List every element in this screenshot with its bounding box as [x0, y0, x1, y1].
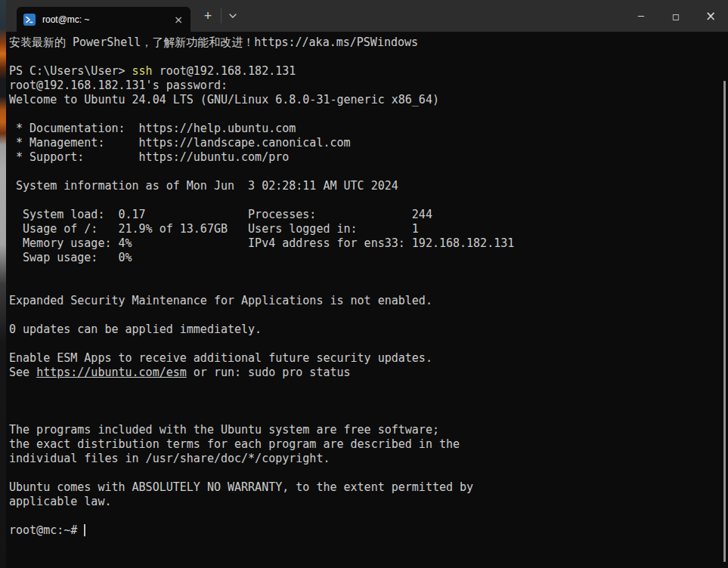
- terminal-text: * Management: https://landscape.canonica…: [9, 136, 351, 150]
- titlebar[interactable]: root@mc: ~ × + ─ □ ×: [6, 0, 728, 32]
- terminal-line: applicable law.: [9, 495, 728, 509]
- terminal-line: Swap usage: 0%: [9, 251, 728, 265]
- terminal-line: [9, 337, 728, 351]
- terminal-text: Memory usage: 4% IPv4 address for ens33:…: [9, 236, 514, 250]
- terminal-line: * Management: https://landscape.canonica…: [9, 136, 728, 150]
- terminal-line: [9, 466, 728, 480]
- tab-title: root@mc: ~: [42, 14, 171, 25]
- terminal-line: [9, 50, 728, 64]
- terminal-text: Ubuntu comes with ABSOLUTELY NO WARRANTY…: [9, 480, 473, 494]
- minimize-button[interactable]: ─: [624, 0, 658, 32]
- terminal-line: root@mc:~#: [9, 523, 728, 538]
- terminal-text: System information as of Mon Jun 3 02:28…: [9, 179, 398, 193]
- terminal-line: Enable ESM Apps to receive additional fu…: [9, 351, 728, 366]
- terminal-line: System information as of Mon Jun 3 02:28…: [9, 179, 728, 193]
- terminal-line: root@192.168.182.131's password:: [9, 79, 728, 93]
- tab-dropdown-button[interactable]: [222, 5, 243, 26]
- terminal-text: The programs included with the Ubuntu sy…: [9, 423, 439, 437]
- terminal-text: 0 updates can be applied immediately.: [9, 323, 262, 336]
- new-tab-button[interactable]: +: [196, 5, 220, 26]
- terminal-text: Enable ESM Apps to receive additional fu…: [9, 351, 432, 365]
- terminal-text: Usage of /: 21.9% of 13.67GB Users logge…: [9, 222, 419, 236]
- terminal-link[interactable]: https://ubuntu.com/esm: [36, 366, 187, 379]
- terminal-viewport[interactable]: 安装最新的 PowerShell，了解新功能和改进！https://aka.ms…: [6, 32, 728, 568]
- terminal-text: See: [9, 366, 36, 379]
- terminal-line: See https://ubuntu.com/esm or run: sudo …: [9, 366, 728, 380]
- terminal-line: PS C:\Users\User> ssh root@192.168.182.1…: [9, 64, 728, 79]
- terminal-text: or run: sudo pro status: [187, 366, 351, 379]
- terminal-line: Welcome to Ubuntu 24.04 LTS (GNU/Linux 6…: [9, 93, 728, 107]
- terminal-line: System load: 0.17 Processes: 244: [9, 208, 728, 222]
- terminal-line: [9, 394, 728, 409]
- terminal-line: [9, 409, 728, 423]
- terminal-line: Ubuntu comes with ABSOLUTELY NO WARRANTY…: [9, 480, 728, 495]
- terminal-line: * Support: https://ubuntu.com/pro: [9, 150, 728, 165]
- tab-root-mc[interactable]: root@mc: ~ ×: [17, 7, 191, 32]
- terminal-text: ssh: [132, 64, 153, 78]
- terminal-line: Memory usage: 4% IPv4 address for ens33:…: [9, 236, 728, 251]
- terminal-line: [9, 308, 728, 323]
- terminal-window: root@mc: ~ × + ─ □ × 安装最新的 PowerShell，了解…: [6, 0, 728, 568]
- terminal-text: root@mc:~#: [9, 523, 84, 537]
- chevron-down-icon: [229, 14, 237, 18]
- terminal-line: [9, 165, 728, 179]
- terminal-text: Swap usage: 0%: [9, 251, 132, 264]
- terminal-line: Usage of /: 21.9% of 13.67GB Users logge…: [9, 222, 728, 236]
- desktop-background-sliver: [0, 0, 6, 568]
- screen: { "window": { "tab": { "label": "root@mc…: [0, 0, 728, 568]
- terminal-line: The programs included with the Ubuntu sy…: [9, 423, 728, 437]
- terminal-line: [9, 193, 728, 208]
- terminal-line: [9, 265, 728, 279]
- terminal-line: 安装最新的 PowerShell，了解新功能和改进！https://aka.ms…: [9, 36, 728, 50]
- terminal-text: Expanded Security Maintenance for Applic…: [9, 294, 432, 307]
- terminal-line: the exact distribution terms for each pr…: [9, 437, 728, 452]
- terminal-text: the exact distribution terms for each pr…: [9, 437, 460, 451]
- terminal-text: root@192.168.182.131: [153, 64, 296, 78]
- powershell-icon: [23, 14, 36, 26]
- terminal-text: PS C:\Users\User>: [9, 64, 132, 78]
- terminal-text: root@192.168.182.131's password:: [9, 79, 228, 92]
- terminal-text: applicable law.: [9, 495, 111, 508]
- terminal-line: * Documentation: https://help.ubuntu.com: [9, 122, 728, 136]
- scrollbar-thumb[interactable]: [723, 81, 726, 562]
- titlebar-divider: [221, 8, 221, 23]
- window-controls: ─ □ ×: [624, 0, 728, 32]
- terminal-line: [9, 380, 728, 394]
- terminal-text: System load: 0.17 Processes: 244: [9, 208, 432, 221]
- maximize-button[interactable]: □: [658, 0, 693, 32]
- terminal-line: individual files in /usr/share/doc/*/cop…: [9, 452, 728, 466]
- terminal-line: Expanded Security Maintenance for Applic…: [9, 294, 728, 308]
- terminal-line: 0 updates can be applied immediately.: [9, 323, 728, 337]
- terminal-text: * Support: https://ubuntu.com/pro: [9, 150, 289, 164]
- tab-close-icon[interactable]: ×: [171, 12, 186, 27]
- terminal-line: [9, 279, 728, 294]
- scrollbar[interactable]: [723, 32, 728, 568]
- close-button[interactable]: ×: [693, 0, 728, 32]
- terminal-cursor: [84, 524, 85, 536]
- terminal-output: 安装最新的 PowerShell，了解新功能和改进！https://aka.ms…: [9, 36, 728, 538]
- terminal-line: [9, 107, 728, 122]
- terminal-text: Welcome to Ubuntu 24.04 LTS (GNU/Linux 6…: [9, 93, 439, 106]
- terminal-line: [9, 509, 728, 523]
- terminal-text: individual files in /usr/share/doc/*/cop…: [9, 452, 330, 465]
- terminal-text: 安装最新的 PowerShell，了解新功能和改进！https://aka.ms…: [9, 36, 418, 49]
- terminal-text: * Documentation: https://help.ubuntu.com: [9, 122, 296, 135]
